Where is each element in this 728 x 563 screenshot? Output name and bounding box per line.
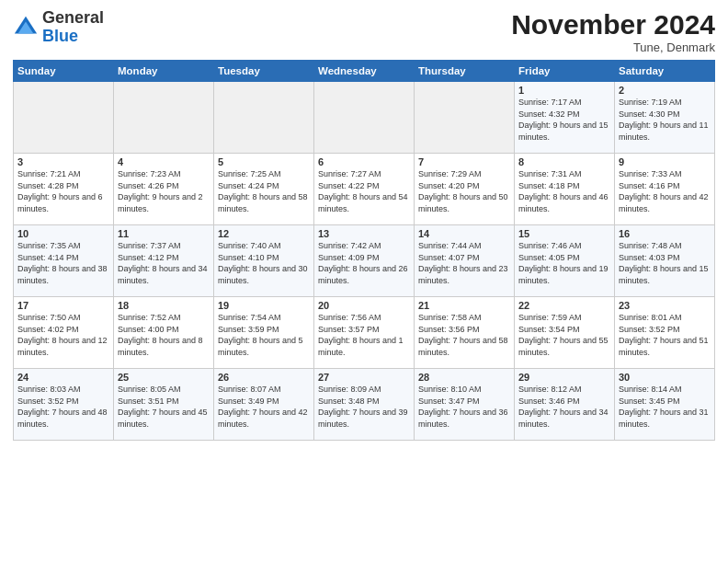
day-info: Sunrise: 8:05 AM Sunset: 3:51 PM Dayligh… — [118, 384, 210, 430]
week-row-3: 10Sunrise: 7:35 AM Sunset: 4:14 PM Dayli… — [14, 225, 715, 297]
header-thursday: Thursday — [415, 61, 515, 82]
day-info: Sunrise: 8:09 AM Sunset: 3:48 PM Dayligh… — [318, 384, 410, 430]
day-number: 10 — [17, 228, 109, 239]
calendar-cell: 23Sunrise: 8:01 AM Sunset: 3:52 PM Dayli… — [615, 297, 715, 369]
day-info: Sunrise: 7:31 AM Sunset: 4:18 PM Dayligh… — [518, 168, 610, 214]
day-info: Sunrise: 7:50 AM Sunset: 4:02 PM Dayligh… — [17, 312, 109, 358]
calendar-cell: 29Sunrise: 8:12 AM Sunset: 3:46 PM Dayli… — [515, 369, 615, 441]
day-number: 13 — [318, 228, 410, 239]
day-number: 26 — [218, 372, 310, 383]
day-number: 12 — [218, 228, 310, 239]
calendar-cell: 15Sunrise: 7:46 AM Sunset: 4:05 PM Dayli… — [515, 225, 615, 297]
calendar-cell — [314, 82, 415, 154]
calendar-cell: 25Sunrise: 8:05 AM Sunset: 3:51 PM Dayli… — [114, 369, 214, 441]
day-number: 20 — [318, 300, 410, 311]
day-info: Sunrise: 7:56 AM Sunset: 3:57 PM Dayligh… — [318, 312, 410, 358]
day-info: Sunrise: 7:33 AM Sunset: 4:16 PM Dayligh… — [619, 168, 711, 214]
header-tuesday: Tuesday — [214, 61, 314, 82]
day-number: 5 — [218, 156, 310, 167]
calendar-cell — [114, 82, 214, 154]
calendar-cell: 22Sunrise: 7:59 AM Sunset: 3:54 PM Dayli… — [515, 297, 615, 369]
day-info: Sunrise: 7:54 AM Sunset: 3:59 PM Dayligh… — [218, 312, 310, 358]
day-info: Sunrise: 8:10 AM Sunset: 3:47 PM Dayligh… — [418, 384, 510, 430]
day-number: 28 — [418, 372, 510, 383]
calendar-cell: 4Sunrise: 7:23 AM Sunset: 4:26 PM Daylig… — [114, 154, 214, 225]
day-info: Sunrise: 8:03 AM Sunset: 3:52 PM Dayligh… — [17, 384, 109, 430]
day-info: Sunrise: 8:12 AM Sunset: 3:46 PM Dayligh… — [518, 384, 610, 430]
day-number: 22 — [518, 300, 610, 311]
day-info: Sunrise: 7:35 AM Sunset: 4:14 PM Dayligh… — [17, 240, 109, 286]
day-info: Sunrise: 7:42 AM Sunset: 4:09 PM Dayligh… — [318, 240, 410, 286]
calendar: SundayMondayTuesdayWednesdayThursdayFrid… — [13, 60, 715, 441]
week-row-2: 3Sunrise: 7:21 AM Sunset: 4:28 PM Daylig… — [14, 154, 715, 225]
calendar-cell: 5Sunrise: 7:25 AM Sunset: 4:24 PM Daylig… — [214, 154, 314, 225]
day-number: 16 — [619, 228, 711, 239]
day-info: Sunrise: 7:37 AM Sunset: 4:12 PM Dayligh… — [118, 240, 210, 286]
location: Tune, Denmark — [511, 40, 715, 54]
calendar-cell: 24Sunrise: 8:03 AM Sunset: 3:52 PM Dayli… — [14, 369, 114, 441]
title-block: November 2024 Tune, Denmark — [511, 9, 715, 54]
header-wednesday: Wednesday — [314, 61, 415, 82]
day-number: 29 — [518, 372, 610, 383]
calendar-cell: 21Sunrise: 7:58 AM Sunset: 3:56 PM Dayli… — [415, 297, 515, 369]
calendar-cell: 14Sunrise: 7:44 AM Sunset: 4:07 PM Dayli… — [415, 225, 515, 297]
calendar-cell: 6Sunrise: 7:27 AM Sunset: 4:22 PM Daylig… — [314, 154, 415, 225]
day-info: Sunrise: 7:46 AM Sunset: 4:05 PM Dayligh… — [518, 240, 610, 286]
logo-icon — [13, 15, 39, 40]
calendar-cell: 16Sunrise: 7:48 AM Sunset: 4:03 PM Dayli… — [615, 225, 715, 297]
day-number: 4 — [118, 156, 210, 167]
week-row-4: 17Sunrise: 7:50 AM Sunset: 4:02 PM Dayli… — [14, 297, 715, 369]
calendar-cell: 12Sunrise: 7:40 AM Sunset: 4:10 PM Dayli… — [214, 225, 314, 297]
calendar-cell: 10Sunrise: 7:35 AM Sunset: 4:14 PM Dayli… — [14, 225, 114, 297]
calendar-cell: 30Sunrise: 8:14 AM Sunset: 3:45 PM Dayli… — [615, 369, 715, 441]
day-info: Sunrise: 7:23 AM Sunset: 4:26 PM Dayligh… — [118, 168, 210, 214]
day-info: Sunrise: 7:19 AM Sunset: 4:30 PM Dayligh… — [619, 97, 711, 143]
calendar-cell: 8Sunrise: 7:31 AM Sunset: 4:18 PM Daylig… — [515, 154, 615, 225]
day-number: 17 — [17, 300, 109, 311]
month-title: November 2024 — [511, 9, 715, 40]
day-number: 25 — [118, 372, 210, 383]
logo-text: General Blue — [42, 9, 104, 46]
calendar-header-row: SundayMondayTuesdayWednesdayThursdayFrid… — [14, 61, 715, 82]
header-friday: Friday — [515, 61, 615, 82]
calendar-cell — [14, 82, 114, 154]
day-number: 23 — [619, 300, 711, 311]
calendar-cell: 2Sunrise: 7:19 AM Sunset: 4:30 PM Daylig… — [615, 82, 715, 154]
day-info: Sunrise: 7:59 AM Sunset: 3:54 PM Dayligh… — [518, 312, 610, 358]
day-number: 1 — [518, 85, 610, 96]
calendar-cell: 7Sunrise: 7:29 AM Sunset: 4:20 PM Daylig… — [415, 154, 515, 225]
calendar-cell: 26Sunrise: 8:07 AM Sunset: 3:49 PM Dayli… — [214, 369, 314, 441]
day-number: 24 — [17, 372, 109, 383]
calendar-cell: 13Sunrise: 7:42 AM Sunset: 4:09 PM Dayli… — [314, 225, 415, 297]
day-info: Sunrise: 8:14 AM Sunset: 3:45 PM Dayligh… — [619, 384, 711, 430]
calendar-cell — [415, 82, 515, 154]
day-info: Sunrise: 7:21 AM Sunset: 4:28 PM Dayligh… — [17, 168, 109, 214]
day-info: Sunrise: 7:25 AM Sunset: 4:24 PM Dayligh… — [218, 168, 310, 214]
week-row-1: 1Sunrise: 7:17 AM Sunset: 4:32 PM Daylig… — [14, 82, 715, 154]
day-number: 2 — [619, 85, 711, 96]
day-info: Sunrise: 7:58 AM Sunset: 3:56 PM Dayligh… — [418, 312, 510, 358]
day-info: Sunrise: 7:52 AM Sunset: 4:00 PM Dayligh… — [118, 312, 210, 358]
calendar-cell: 27Sunrise: 8:09 AM Sunset: 3:48 PM Dayli… — [314, 369, 415, 441]
day-number: 27 — [318, 372, 410, 383]
calendar-cell: 3Sunrise: 7:21 AM Sunset: 4:28 PM Daylig… — [14, 154, 114, 225]
day-number: 14 — [418, 228, 510, 239]
calendar-cell: 28Sunrise: 8:10 AM Sunset: 3:47 PM Dayli… — [415, 369, 515, 441]
calendar-cell — [214, 82, 314, 154]
header-monday: Monday — [114, 61, 214, 82]
day-number: 3 — [17, 156, 109, 167]
day-info: Sunrise: 8:01 AM Sunset: 3:52 PM Dayligh… — [619, 312, 711, 358]
day-info: Sunrise: 7:17 AM Sunset: 4:32 PM Dayligh… — [518, 97, 610, 143]
day-number: 11 — [118, 228, 210, 239]
day-number: 21 — [418, 300, 510, 311]
calendar-cell: 1Sunrise: 7:17 AM Sunset: 4:32 PM Daylig… — [515, 82, 615, 154]
day-info: Sunrise: 7:29 AM Sunset: 4:20 PM Dayligh… — [418, 168, 510, 214]
day-number: 9 — [619, 156, 711, 167]
header-saturday: Saturday — [615, 61, 715, 82]
calendar-cell: 11Sunrise: 7:37 AM Sunset: 4:12 PM Dayli… — [114, 225, 214, 297]
day-number: 6 — [318, 156, 410, 167]
day-number: 30 — [619, 372, 711, 383]
day-number: 8 — [518, 156, 610, 167]
day-info: Sunrise: 8:07 AM Sunset: 3:49 PM Dayligh… — [218, 384, 310, 430]
day-info: Sunrise: 7:48 AM Sunset: 4:03 PM Dayligh… — [619, 240, 711, 286]
